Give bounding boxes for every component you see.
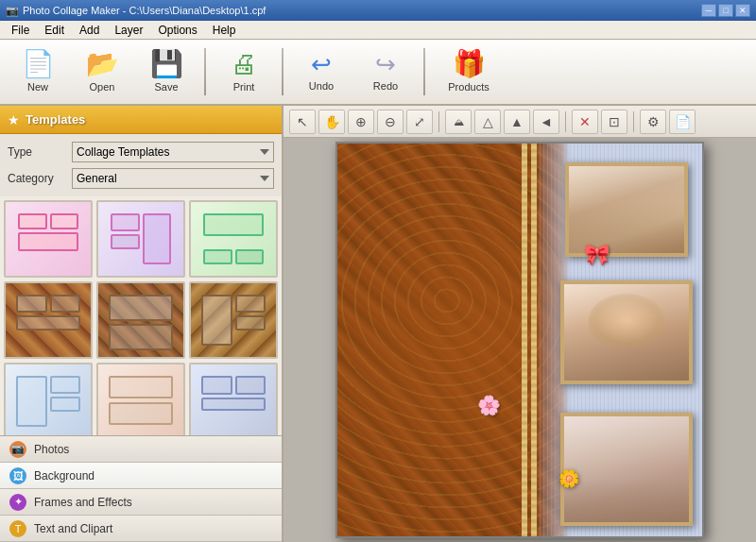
menu-bar: File Edit Add Layer Options Help: [0, 21, 756, 40]
template-item[interactable]: [4, 200, 93, 278]
photo-2: [564, 284, 689, 381]
bow-decoration: 🎀: [584, 243, 612, 266]
select-tool[interactable]: ↖: [289, 110, 316, 134]
title-bar-controls[interactable]: ─ □ ✕: [701, 4, 750, 17]
photos-icon: 📷: [9, 441, 26, 458]
tab-text-label: Text and Clipart: [34, 522, 112, 535]
redo-button[interactable]: ↪ Redo: [355, 44, 416, 99]
open-icon: 📂: [86, 51, 119, 77]
title-bar-left: 📷 Photo Collage Maker - C:\Users\Diana\D…: [6, 5, 266, 17]
tab-frames-label: Frames and Effects: [34, 496, 132, 509]
products-label: Products: [448, 81, 489, 93]
tab-background-label: Background: [34, 469, 94, 483]
redo-label: Redo: [373, 80, 398, 92]
category-label: Category: [8, 172, 64, 185]
canvas-toolbar: ↖ ✋ ⊕ ⊖ ⤢ ⛰ △ ▲ ◄ ✕ ⊡ ⚙ 📄: [284, 106, 756, 138]
new-label: New: [27, 81, 48, 93]
app-icon: 📷: [6, 5, 19, 17]
page-tool[interactable]: 📄: [669, 110, 696, 134]
menu-layer[interactable]: Layer: [107, 22, 150, 39]
main-area: ★ Templates Type Collage Templates Singl…: [0, 106, 756, 542]
save-button[interactable]: 💾 Save: [136, 44, 197, 99]
redo-icon: ↪: [375, 52, 396, 76]
open-button[interactable]: 📂 Open: [72, 44, 132, 99]
tab-photos[interactable]: 📷 Photos: [0, 436, 282, 463]
new-button[interactable]: 📄 New: [8, 44, 68, 99]
products-button[interactable]: 🎁 Products: [433, 44, 505, 99]
triangle-fill-tool[interactable]: ▲: [504, 110, 530, 134]
menu-file[interactable]: File: [4, 22, 37, 39]
category-row: Category General Birthday Wedding Travel…: [8, 168, 274, 189]
category-select[interactable]: General Birthday Wedding Travel Baby: [72, 168, 274, 189]
tab-frames[interactable]: ✦ Frames and Effects: [0, 489, 282, 516]
open-label: Open: [90, 81, 115, 93]
photo-3: [564, 416, 689, 522]
photo-person-2: [564, 284, 689, 381]
template-grid-container[interactable]: [0, 196, 282, 435]
type-label: Type: [8, 145, 64, 159]
template-item[interactable]: [96, 200, 185, 278]
flower-decoration-1: 🌸: [477, 394, 501, 416]
new-icon: 📄: [22, 51, 55, 77]
title-bar: 📷 Photo Collage Maker - C:\Users\Diana\D…: [0, 0, 756, 21]
print-button[interactable]: 🖨 Print: [214, 44, 274, 99]
template-item[interactable]: [189, 281, 278, 359]
products-icon: 🎁: [453, 51, 486, 77]
fit-tool[interactable]: ⤢: [406, 110, 433, 134]
close-button[interactable]: ✕: [735, 4, 750, 17]
menu-options[interactable]: Options: [150, 22, 204, 39]
undo-icon: ↩: [311, 52, 332, 76]
menu-help[interactable]: Help: [205, 22, 244, 39]
template-item[interactable]: [96, 363, 185, 435]
print-icon: 🖨: [231, 51, 257, 77]
window-title: Photo Collage Maker - C:\Users\Diana\Des…: [23, 5, 266, 16]
template-item[interactable]: [4, 363, 93, 435]
flower-decoration-2: 🌼: [558, 468, 579, 489]
zoom-in-tool[interactable]: ⊕: [348, 110, 374, 134]
tab-photos-label: Photos: [34, 443, 69, 456]
frames-icon: ✦: [9, 494, 26, 511]
crop-tool[interactable]: ⊡: [601, 110, 627, 134]
deco-line-2: [531, 144, 537, 536]
template-item[interactable]: [189, 363, 278, 435]
photo-1: [569, 166, 684, 253]
zoom-out-tool[interactable]: ⊖: [377, 110, 404, 134]
toolbar-sep-2: [282, 48, 284, 95]
delete-tool[interactable]: ✕: [572, 110, 598, 134]
toolbar-sep-3: [423, 48, 425, 95]
photo-person-1: [569, 166, 684, 253]
canvas-viewport[interactable]: 🎀 🌸 🌼: [284, 138, 756, 542]
type-select[interactable]: Collage Templates Single Photo Card Temp…: [72, 142, 274, 162]
toolbar-sep-1: [204, 48, 206, 95]
collage-canvas[interactable]: 🎀 🌸 🌼: [335, 142, 704, 538]
photo-person-3: [564, 416, 689, 522]
template-item[interactable]: [189, 200, 278, 278]
deco-line-1: [522, 144, 527, 536]
background-icon: 🖼: [9, 467, 26, 484]
save-label: Save: [154, 81, 178, 93]
menu-add[interactable]: Add: [72, 22, 107, 39]
minimize-button[interactable]: ─: [701, 4, 716, 17]
template-grid: [4, 200, 278, 435]
photo-frame-2[interactable]: [560, 280, 693, 384]
menu-edit[interactable]: Edit: [37, 22, 72, 39]
ctool-sep-2: [565, 111, 566, 132]
template-item[interactable]: [96, 281, 185, 359]
arrow-left-tool[interactable]: ◄: [533, 110, 559, 134]
hand-tool[interactable]: ✋: [318, 110, 345, 134]
maximize-button[interactable]: □: [718, 4, 733, 17]
triangle-up-tool[interactable]: △: [474, 110, 501, 134]
undo-button[interactable]: ↩ Undo: [291, 44, 352, 99]
save-icon: 💾: [150, 51, 183, 77]
bottom-tabs: 📷 Photos 🖼 Background ✦ Frames and Effec…: [0, 435, 282, 542]
photo-frame-3[interactable]: [560, 413, 693, 526]
type-row: Type Collage Templates Single Photo Card…: [8, 142, 274, 162]
ctool-sep-1: [438, 111, 439, 132]
panel-form: Type Collage Templates Single Photo Card…: [0, 134, 282, 196]
mountain-tool[interactable]: ⛰: [445, 110, 472, 134]
settings-tool[interactable]: ⚙: [640, 110, 666, 134]
panel-title: Templates: [26, 112, 85, 127]
template-item[interactable]: [4, 281, 93, 359]
tab-background[interactable]: 🖼 Background: [0, 463, 282, 489]
tab-text[interactable]: T Text and Clipart: [0, 516, 282, 542]
